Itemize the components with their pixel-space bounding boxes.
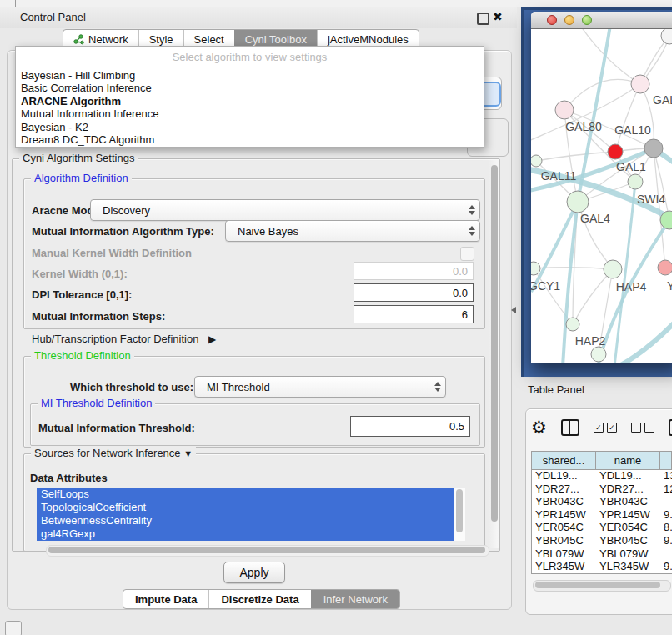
list-item[interactable]: TopologicalCoefficient (37, 501, 454, 514)
table-partial-icon[interactable] (669, 419, 672, 436)
column-header[interactable]: shared... (532, 452, 596, 469)
close-panel-icon[interactable]: ✖ (493, 9, 503, 24)
node-label: Y (667, 279, 672, 292)
top-strip-divider (15, 0, 16, 7)
node-label: GCY1 (531, 279, 560, 292)
dropdown-item[interactable]: Mutual Information Inference (21, 108, 479, 120)
sources-group-title[interactable]: Sources for Network Inference ▼ (31, 447, 196, 459)
node-label: GAL10 (614, 123, 651, 137)
mi-type-combo[interactable]: Naive Bayes (225, 220, 480, 242)
cyni-bottom-tabbar: Impute Data Discretize Data Infer Networ… (123, 589, 400, 609)
dropdown-placeholder: Select algorithm to view settings (16, 47, 484, 63)
collapsed-arrow-icon: ▶ (208, 333, 216, 345)
sources-title-label: Sources for Network Inference (34, 447, 181, 459)
hub-definition-label: Hub/Transcription Factor Definition (32, 332, 198, 345)
network-node[interactable] (658, 260, 672, 275)
dropdown-item-selected[interactable]: ARACNE Algorithm (21, 95, 479, 108)
network-node[interactable] (531, 155, 542, 167)
aracne-mode-combo[interactable]: Discovery (90, 199, 480, 221)
tab-impute-data[interactable]: Impute Data (123, 590, 208, 608)
table-row[interactable]: YPR145WYPR145W9. (532, 508, 672, 522)
which-threshold-combo[interactable]: MI Threshold (194, 376, 446, 398)
dropdown-item[interactable]: Bayesian - Hill Climbing (21, 69, 479, 82)
network-graph: GAL GAL80 GAL10 GAL11 GAL1 GAL4 SWI4 GCY… (531, 29, 672, 363)
network-node[interactable] (591, 347, 606, 362)
network-node[interactable] (608, 144, 623, 159)
manual-kernel-checkbox[interactable] (460, 247, 474, 261)
application-root: Control Panel ✖ Network Style Select Cyn… (0, 0, 672, 635)
mi-steps-label: Mutual Information Steps: (32, 310, 165, 322)
network-canvas[interactable]: GAL GAL80 GAL10 GAL11 GAL1 GAL4 SWI4 GCY… (531, 29, 672, 363)
gear-icon[interactable]: ⚙ (531, 418, 547, 438)
table-row[interactable]: YBR043CYBR043C (532, 495, 672, 508)
kernel-width-label: Kernel Width (0,1): (32, 268, 128, 280)
tab-style-label: Style (149, 33, 173, 46)
dropdown-items: Bayesian - Hill Climbing Basic Correlati… (21, 69, 479, 146)
mi-type-value: Naive Bayes (226, 225, 464, 238)
panel-collapse-arrow[interactable] (511, 307, 516, 313)
tab-jactivemnodules-label: jActiveMNodules (328, 33, 409, 46)
network-node[interactable] (566, 318, 579, 331)
network-icon (73, 34, 84, 45)
settings-vertical-scrollbar[interactable] (489, 160, 499, 548)
node-table: shared... name YDL19...YDL19...13 YDR27.… (531, 451, 672, 574)
kernel-width-field[interactable]: 0.0 (354, 262, 474, 280)
table-row[interactable]: YDR27...YDR27...12 (532, 482, 672, 496)
table-row[interactable]: YBL079WYBL079W (532, 548, 672, 561)
close-window-icon[interactable] (547, 15, 557, 25)
data-attributes-list[interactable]: SelfLoops TopologicalCoefficient Between… (37, 488, 465, 541)
minimize-window-icon[interactable] (564, 15, 574, 25)
column-header[interactable]: name (596, 452, 660, 469)
table-row[interactable]: YER054CYER054C8. (532, 521, 672, 534)
scrollbar-thumb[interactable] (456, 489, 463, 532)
network-window[interactable]: GAL GAL80 GAL10 GAL11 GAL1 GAL4 SWI4 GCY… (531, 12, 672, 363)
network-node[interactable] (644, 139, 663, 158)
table-row[interactable]: YDL19...YDL19...13 (532, 469, 672, 482)
zoom-window-icon[interactable] (582, 15, 592, 25)
expanded-arrow-icon: ▼ (183, 448, 193, 458)
mi-steps-field[interactable]: 6 (354, 305, 474, 323)
network-window-titlebar[interactable] (531, 12, 672, 29)
mi-type-label: Mutual Information Algorithm Type: (32, 225, 214, 238)
network-node[interactable] (661, 29, 672, 44)
settings-horizontal-scrollbar[interactable] (46, 545, 489, 557)
scrollbar-thumb[interactable] (48, 547, 485, 553)
combo-arrows-icon (464, 226, 479, 236)
tab-infer-network[interactable]: Infer Network (311, 590, 399, 608)
network-node[interactable] (631, 75, 649, 93)
table-row[interactable]: YBR045CYBR045C9. (532, 534, 672, 548)
node-label: SWI4 (637, 192, 665, 206)
float-panel-icon[interactable] (477, 12, 489, 25)
dropdown-item[interactable]: Basic Correlation Inference (21, 82, 479, 94)
column-header[interactable] (660, 452, 672, 469)
dpi-tolerance-field[interactable]: 0.0 (354, 283, 474, 302)
algorithm-definition-title: Algorithm Definition (31, 172, 132, 184)
tab-discretize-data[interactable]: Discretize Data (208, 590, 310, 608)
scrollbar-thumb[interactable] (535, 582, 660, 588)
network-node[interactable] (531, 262, 540, 275)
combo-arrows-icon (430, 382, 445, 392)
bottom-left-button[interactable] (5, 621, 22, 635)
table-horizontal-scrollbar[interactable] (533, 580, 671, 592)
network-node[interactable] (567, 191, 589, 212)
select-checks-icon[interactable]: ✓✓ (594, 422, 617, 432)
network-node[interactable] (604, 260, 622, 278)
network-node[interactable] (555, 101, 574, 119)
table-row[interactable]: YLR345WYLR345W9. (532, 560, 672, 573)
settings-group-title: Cyni Algorithm Settings (19, 152, 138, 164)
split-columns-icon[interactable] (561, 419, 579, 436)
scrollbar-thumb[interactable] (491, 165, 498, 522)
table-panel: ⚙ ✓✓ shared... name YDL19...YDL19...13 Y… (525, 408, 672, 615)
deselect-boxes-icon[interactable] (631, 422, 654, 432)
list-item[interactable]: BetweennessCentrality (37, 514, 454, 528)
node-label: GAL1 (616, 160, 646, 173)
dropdown-item[interactable]: Bayesian - K2 (21, 121, 479, 133)
list-item[interactable]: SelfLoops (37, 488, 454, 501)
mi-threshold-field[interactable]: 0.5 (350, 416, 470, 437)
list-item[interactable]: gal4RGexp (37, 528, 454, 541)
apply-button[interactable]: Apply (223, 562, 285, 583)
hub-definition-toggle[interactable]: Hub/Transcription Factor Definition ▶ (32, 332, 216, 345)
dropdown-item[interactable]: Dream8 DC_TDC Algorithm (21, 133, 479, 146)
list-vertical-scrollbar[interactable] (454, 488, 465, 541)
network-node[interactable] (628, 174, 643, 189)
